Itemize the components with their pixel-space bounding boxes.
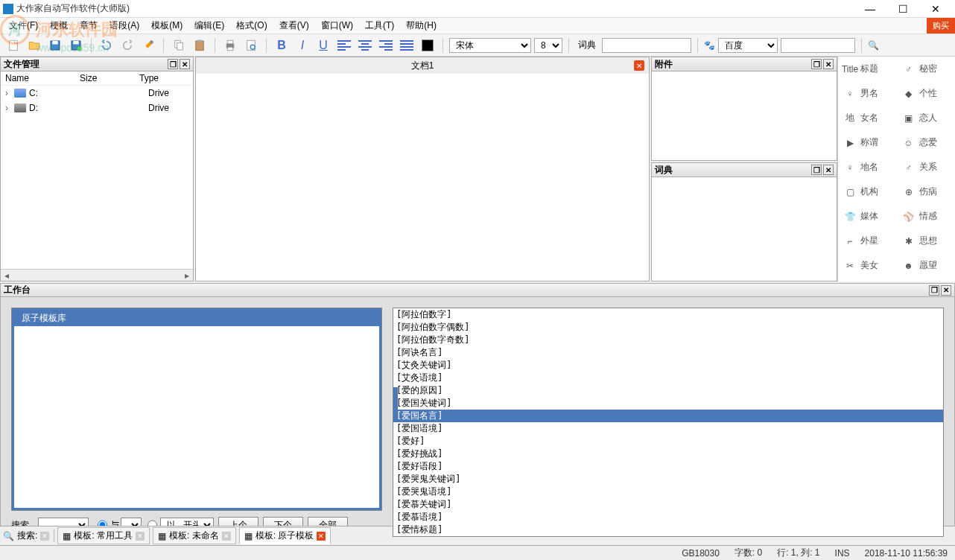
italic-button[interactable]: I <box>294 36 311 54</box>
list-item[interactable]: [阿拉伯数字偶数] <box>393 321 943 334</box>
drive-row[interactable]: › C: Drive <box>1 86 193 101</box>
category-称谓[interactable]: ▶称谓 <box>838 130 897 155</box>
search-icon[interactable]: 🔍 <box>868 40 879 51</box>
category-男名[interactable]: ♀男名 <box>838 81 897 106</box>
list-item[interactable]: [阿拉伯数字奇数] <box>393 334 943 346</box>
menu-view[interactable]: 查看(V) <box>273 18 315 34</box>
category-关系[interactable]: ♂关系 <box>897 155 956 179</box>
web-search-input[interactable] <box>781 38 855 53</box>
category-恋人[interactable]: ▣恋人 <box>897 106 956 130</box>
new-file-icon[interactable] <box>4 36 22 54</box>
drive-row[interactable]: › D: Drive <box>1 101 193 115</box>
clear-search-icon[interactable]: ✕ <box>40 532 49 541</box>
list-item[interactable]: [爱国名言] <box>393 410 943 422</box>
list-item[interactable]: [爱慕语境] <box>393 511 943 524</box>
menu-help[interactable]: 帮助(H) <box>400 18 442 34</box>
category-外星[interactable]: ⌐外星 <box>838 229 897 253</box>
template-list[interactable]: [阿拉伯数字][阿拉伯数字偶数][阿拉伯数字奇数][阿诀名言][艾灸关键词][艾… <box>393 308 944 537</box>
category-地名[interactable]: ♀地名 <box>838 155 897 179</box>
menu-tools[interactable]: 工具(T) <box>359 18 400 34</box>
list-item[interactable]: [爱好] <box>393 435 943 448</box>
template-tree[interactable]: 原子模板库 <box>11 308 382 511</box>
category-标题[interactable]: Title标题 <box>838 57 897 81</box>
paste-icon[interactable] <box>191 36 209 54</box>
menu-format[interactable]: 格式(O) <box>230 18 273 34</box>
bold-button[interactable]: B <box>273 36 291 54</box>
panel-close-icon[interactable]: ✕ <box>941 285 951 296</box>
search-icon[interactable]: 🔍 <box>3 531 14 541</box>
minimize-button[interactable]: — <box>854 0 886 18</box>
tool-icon[interactable] <box>139 36 157 54</box>
category-美女[interactable]: ✂美女 <box>838 253 897 278</box>
preview-icon[interactable] <box>242 36 260 54</box>
align-right-icon[interactable] <box>377 36 395 54</box>
save-as-icon[interactable] <box>67 36 85 54</box>
category-帅哥[interactable]: ◯帅哥 <box>838 278 897 281</box>
panel-close-icon[interactable]: ✕ <box>823 165 834 175</box>
category-秘密[interactable]: ♂秘密 <box>897 57 956 81</box>
tab-close-icon[interactable]: ✕ <box>317 532 326 541</box>
list-item[interactable]: [爱国语境] <box>393 422 943 435</box>
align-center-icon[interactable] <box>356 36 374 54</box>
list-item[interactable]: [爱国关键词] <box>393 397 943 410</box>
menu-segment[interactable]: 语段(A) <box>104 18 145 34</box>
category-愿望[interactable]: ☻愿望 <box>897 253 956 278</box>
panel-restore-icon[interactable]: ❐ <box>811 59 822 69</box>
list-item[interactable]: [爱好挑战] <box>393 448 943 460</box>
list-item[interactable]: [爱情标题] <box>393 524 943 536</box>
category-恋爱[interactable]: ☺恋爱 <box>897 130 956 155</box>
panel-close-icon[interactable]: ✕ <box>180 59 190 69</box>
document-tab[interactable]: 文档1 ✕ <box>196 57 649 74</box>
horizontal-scrollbar[interactable]: ◂▸ <box>1 269 193 281</box>
attachment-body[interactable] <box>652 71 837 160</box>
tab-atom-template[interactable]: ▦ 模板: 原子模板 ✕ <box>239 527 331 544</box>
category-思想[interactable]: ✱思想 <box>897 229 956 253</box>
align-left-icon[interactable] <box>335 36 353 54</box>
maximize-button[interactable]: ☐ <box>886 0 919 18</box>
search-engine-select[interactable]: 百度 <box>718 38 778 53</box>
list-item[interactable]: [爱的原因] <box>393 384 943 397</box>
tab-close-icon[interactable]: ✕ <box>222 532 231 541</box>
panel-restore-icon[interactable]: ❐ <box>929 285 939 296</box>
document-editor[interactable] <box>196 74 649 281</box>
panel-restore-icon[interactable]: ❐ <box>811 165 822 175</box>
font-color-icon[interactable] <box>419 36 437 54</box>
underline-button[interactable]: U <box>314 36 332 54</box>
dictionary-body[interactable] <box>652 177 837 281</box>
redo-icon[interactable] <box>118 36 136 54</box>
align-justify-icon[interactable] <box>398 36 416 54</box>
save-icon[interactable] <box>46 36 64 54</box>
tab-close-icon[interactable]: ✕ <box>136 532 145 541</box>
category-情感[interactable]: ⚾情感 <box>897 204 956 229</box>
list-item[interactable]: [艾灸语境] <box>393 372 943 384</box>
list-item[interactable]: [阿诀名言] <box>393 346 943 359</box>
list-item[interactable]: [爱好语段] <box>393 460 943 473</box>
category-媒体[interactable]: 👕媒体 <box>838 204 897 229</box>
dict-input[interactable] <box>602 38 691 53</box>
menu-template[interactable]: 模板(M) <box>145 18 188 34</box>
list-item[interactable]: [爱哭鬼关键词] <box>393 473 943 486</box>
open-file-icon[interactable] <box>25 36 43 54</box>
undo-icon[interactable] <box>98 36 115 54</box>
list-item[interactable]: [艾灸关键词] <box>393 359 943 372</box>
category-个性[interactable]: ◆个性 <box>897 81 956 106</box>
list-item[interactable]: [爱哭鬼语境] <box>393 486 943 498</box>
menu-edit[interactable]: 编辑(E) <box>188 18 230 34</box>
buy-button[interactable]: 购买 <box>927 18 955 34</box>
menu-window[interactable]: 窗口(W) <box>315 18 359 34</box>
tab-close-icon[interactable]: ✕ <box>634 60 644 71</box>
category-女名[interactable]: 地女名 <box>838 106 897 130</box>
menu-file[interactable]: 文件(F) <box>3 18 44 34</box>
menu-chapter[interactable]: 章节 <box>74 18 104 34</box>
font-select[interactable]: 宋体 <box>449 38 531 53</box>
print-icon[interactable] <box>221 36 239 54</box>
font-size-select[interactable]: 8 <box>534 38 562 53</box>
category-伤病[interactable]: ⊕伤病 <box>897 179 956 204</box>
close-button[interactable]: ✕ <box>919 0 952 18</box>
tab-common-tools[interactable]: ▦ 模板: 常用工具 ✕ <box>57 527 150 544</box>
tab-untitled[interactable]: ▦ 模板: 未命名 ✕ <box>153 527 236 544</box>
list-item[interactable]: [阿拉伯数字] <box>393 308 943 321</box>
list-item[interactable]: [爱慕关键词] <box>393 498 943 511</box>
panel-restore-icon[interactable]: ❐ <box>168 59 178 69</box>
panel-close-icon[interactable]: ✕ <box>823 59 834 69</box>
